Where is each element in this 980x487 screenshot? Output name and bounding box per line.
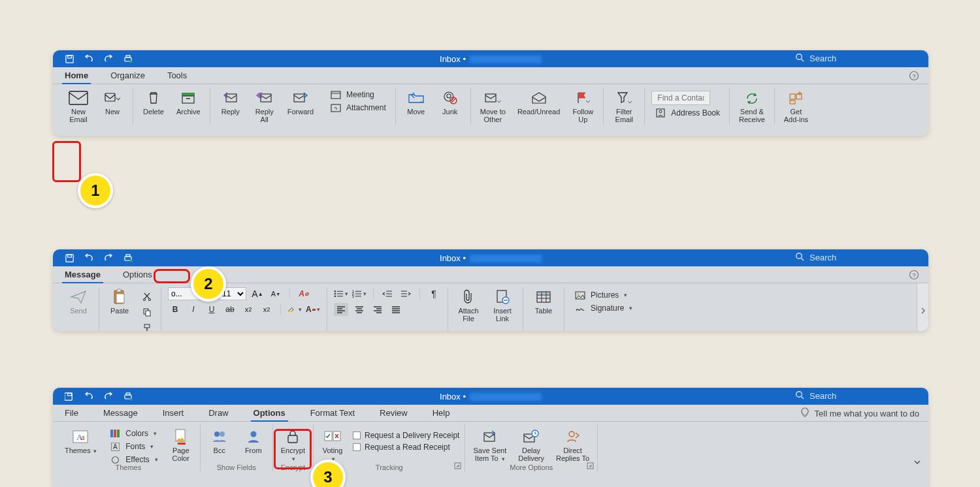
new-email-button[interactable]: New Email: [65, 88, 92, 125]
copy-icon[interactable]: [140, 306, 154, 319]
reply-button[interactable]: Reply: [217, 88, 244, 117]
tab-message[interactable]: Message: [98, 405, 143, 421]
read-unread-button[interactable]: Read/Unread: [515, 88, 563, 117]
print-icon[interactable]: [123, 54, 133, 64]
help-icon[interactable]: ?: [909, 270, 919, 282]
move-other-button[interactable]: Move to Other: [478, 88, 508, 125]
clear-format-icon[interactable]: A⊘: [297, 287, 311, 300]
align-right-icon[interactable]: [370, 303, 385, 316]
delete-button[interactable]: Delete: [140, 88, 167, 117]
font-family-select[interactable]: o...: [168, 287, 215, 300]
save-icon[interactable]: [65, 392, 74, 401]
pictures-button[interactable]: Pictures▾: [571, 290, 635, 300]
justify-icon[interactable]: [389, 303, 403, 316]
ribbon-collapse-icon[interactable]: [913, 458, 922, 467]
page-color-button[interactable]: Page Color: [167, 427, 195, 463]
undo-icon[interactable]: [84, 392, 94, 401]
move-button[interactable]: Move: [402, 88, 430, 117]
strike-icon[interactable]: ab: [223, 303, 237, 316]
themes-button[interactable]: Aa Themes ▾: [62, 427, 99, 456]
encrypt-button[interactable]: Encrypt▾: [278, 427, 308, 464]
from-button[interactable]: From: [240, 427, 267, 456]
meeting-button[interactable]: Meeting: [327, 89, 389, 100]
redo-icon[interactable]: [103, 253, 114, 262]
search-box[interactable]: [795, 390, 919, 401]
fonts-button[interactable]: AFonts▾: [106, 441, 160, 452]
tab-home[interactable]: Home: [59, 68, 93, 84]
more-options-launcher-icon[interactable]: [587, 462, 595, 470]
numbering-icon[interactable]: 123▾: [352, 287, 367, 300]
tab-tools[interactable]: Tools: [162, 68, 192, 84]
follow-up-button[interactable]: Follow Up: [569, 88, 596, 125]
tracking-launcher-icon[interactable]: [454, 462, 462, 470]
tab-file[interactable]: File: [59, 405, 84, 421]
junk-button[interactable]: Junk: [436, 88, 464, 117]
colors-button[interactable]: Colors▾: [106, 428, 160, 439]
get-addins-button[interactable]: Get Add-ins: [781, 88, 811, 125]
search-box[interactable]: [795, 252, 919, 263]
save-icon[interactable]: [65, 54, 74, 64]
tell-me-box[interactable]: Tell me what you want to do: [800, 407, 919, 420]
tab-draw[interactable]: Draw: [203, 405, 233, 421]
tab-format-text[interactable]: Format Text: [305, 405, 360, 421]
save-sent-button[interactable]: Save Sent Item To ▾: [470, 427, 509, 464]
tab-review[interactable]: Review: [374, 405, 413, 421]
format-painter-icon[interactable]: [140, 321, 154, 331]
signature-button[interactable]: Signature▾: [571, 303, 635, 313]
save-icon[interactable]: [65, 253, 74, 263]
send-receive-button[interactable]: Send & Receive: [736, 88, 768, 125]
attachment-button[interactable]: Attachment: [327, 102, 389, 113]
indent-icon[interactable]: [399, 287, 413, 300]
tab-organize[interactable]: Organize: [105, 68, 150, 84]
tab-options[interactable]: Options: [118, 267, 157, 283]
italic-icon[interactable]: I: [186, 303, 201, 316]
pilcrow-icon[interactable]: ¶: [427, 287, 441, 300]
bcc-button[interactable]: Bcc: [206, 427, 233, 456]
direct-replies-button[interactable]: Direct Replies To: [553, 427, 592, 463]
tab-help[interactable]: Help: [427, 405, 455, 421]
new-items-button[interactable]: New: [99, 88, 126, 117]
underline-icon[interactable]: U: [204, 303, 219, 316]
reply-all-button[interactable]: Reply All: [251, 88, 278, 125]
address-book-button[interactable]: Address Book: [651, 108, 723, 118]
undo-icon[interactable]: [84, 253, 94, 262]
request-read-checkbox[interactable]: Request a Read Receipt: [353, 443, 459, 452]
filter-email-button[interactable]: Filter Email: [610, 88, 638, 125]
subscript-icon[interactable]: x2: [241, 303, 255, 316]
search-input[interactable]: [808, 252, 906, 263]
help-icon[interactable]: ?: [909, 71, 919, 83]
grow-font-icon[interactable]: A▲: [250, 287, 265, 300]
outdent-icon[interactable]: [380, 287, 395, 300]
forward-button[interactable]: Forward: [285, 88, 316, 117]
highlight-icon[interactable]: ▾: [287, 303, 302, 316]
tab-message[interactable]: Message: [59, 267, 106, 283]
search-box[interactable]: [795, 53, 919, 64]
font-color-icon[interactable]: A▾: [306, 303, 320, 316]
superscript-icon[interactable]: x2: [259, 303, 274, 316]
voting-button[interactable]: Voting▾: [319, 427, 346, 464]
insert-link-button[interactable]: Insert Link: [489, 287, 516, 324]
send-button[interactable]: Send: [65, 287, 92, 316]
print-icon[interactable]: [123, 392, 133, 401]
font-size-select[interactable]: 11: [219, 287, 246, 300]
bold-icon[interactable]: B: [168, 303, 182, 316]
search-input[interactable]: [808, 53, 906, 64]
bullets-icon[interactable]: ▾: [334, 287, 348, 300]
search-input[interactable]: [808, 390, 906, 401]
cut-icon[interactable]: [140, 290, 154, 303]
paste-button[interactable]: Paste: [106, 287, 133, 316]
undo-icon[interactable]: [84, 54, 94, 63]
table-button[interactable]: Table: [530, 287, 557, 316]
request-delivery-checkbox[interactable]: Request a Delivery Receipt: [353, 431, 459, 440]
redo-icon[interactable]: [103, 392, 114, 401]
redo-icon[interactable]: [103, 54, 114, 63]
ribbon-expand-handle[interactable]: [917, 283, 928, 331]
align-center-icon[interactable]: [352, 303, 367, 316]
archive-button[interactable]: Archive: [174, 88, 203, 117]
find-contact-input[interactable]: [651, 91, 710, 105]
delay-delivery-button[interactable]: Delay Delivery: [515, 427, 547, 463]
print-icon[interactable]: [123, 253, 133, 263]
align-left-icon[interactable]: [334, 303, 348, 316]
tab-insert[interactable]: Insert: [157, 405, 189, 421]
shrink-font-icon[interactable]: A▼: [269, 287, 283, 300]
